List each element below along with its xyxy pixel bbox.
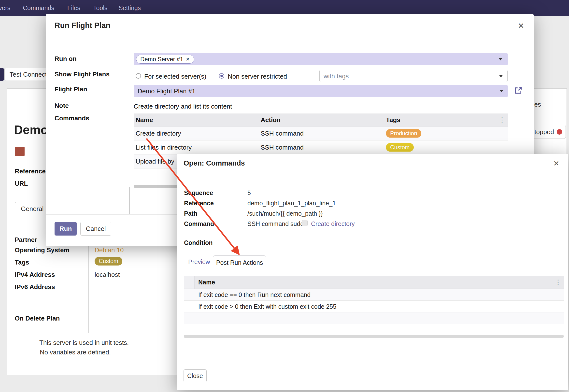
select-column-header [184, 276, 195, 289]
open-commands-modal: Open: Commands ✕ Sequence 5 Reference de… [177, 154, 568, 390]
label-reference: Reference [184, 200, 214, 207]
col-header-name: Name [136, 116, 153, 124]
value-operating-system[interactable]: Debian 10 [95, 246, 124, 254]
chevron-down-icon [499, 90, 503, 92]
create-directory-checkbox[interactable] [302, 220, 308, 226]
field-label-on-delete-plan: On Delete Plan [15, 315, 60, 322]
col-header-tags: Tags [386, 116, 400, 124]
close-icon[interactable]: ✕ [553, 159, 559, 168]
label-show-flight-plans: Show Flight Plans [55, 70, 110, 78]
label-commands: Commands [55, 114, 89, 122]
menu-item-tools[interactable]: Tools [93, 0, 107, 16]
menu-item-servers[interactable]: Servers [0, 0, 10, 16]
tab-post-run-actions[interactable]: Post Run Actions [213, 255, 266, 269]
tab-general-label: General [21, 205, 44, 213]
row-action: SSH command [261, 144, 304, 151]
radio-non-server-restricted-label[interactable]: Non server restricted [228, 73, 287, 80]
modal-header-divider [177, 173, 568, 173]
field-label-tags: Tags [15, 259, 29, 266]
plan-summary: Create directory and list its content [134, 103, 232, 110]
chevron-down-icon [499, 75, 503, 77]
run-modal-title: Run Flight Plan [55, 21, 110, 30]
modal-header-divider [46, 33, 534, 33]
table-row[interactable]: Create directory SSH command Production [134, 126, 508, 140]
actions-table-header: Name ⋮ [184, 276, 564, 289]
col-header-action: Action [261, 116, 281, 124]
label-flight-plan: Flight Plan [55, 85, 87, 93]
label-path: Path [184, 210, 197, 217]
server-tag-pill[interactable]: Demo Server #1 ✕ [136, 55, 194, 64]
label-command: Command [184, 220, 214, 227]
external-link-icon[interactable] [514, 86, 523, 95]
table-row[interactable]: If exit code == 0 then Run next command [184, 289, 564, 301]
radio-for-selected-servers[interactable] [136, 73, 141, 79]
kebab-icon[interactable]: ⋮ [499, 116, 505, 124]
primary-button-sliver[interactable] [0, 68, 4, 81]
create-directory-link[interactable]: Create directory [311, 220, 355, 227]
radio-for-selected-servers-label[interactable]: For selected server(s) [144, 73, 206, 80]
label-sequence: Sequence [184, 189, 213, 196]
server-tag-label: Demo Server #1 [140, 56, 183, 63]
row-action: SSH command [261, 130, 304, 137]
divider [129, 187, 130, 214]
status-label: Stopped [530, 128, 554, 136]
value-sequence: 5 [247, 189, 251, 196]
label-value-divider [88, 235, 89, 333]
radio-non-server-restricted[interactable] [219, 73, 224, 79]
commands-modal-title: Open: Commands [184, 159, 245, 167]
status-dot-icon [557, 129, 562, 135]
table-row[interactable]: List files in directory SSH command Cust… [134, 140, 508, 154]
topbar: Servers Commands Files Tools Settings [0, 0, 569, 16]
with-tags-select[interactable]: with tags [319, 70, 508, 82]
field-label-operating-system: Operating System [15, 246, 70, 254]
cancel-button[interactable]: Cancel [80, 222, 111, 236]
col-header-name: Name [198, 279, 215, 286]
label-run-on: Run on [55, 55, 77, 63]
horizontal-scrollbar[interactable] [184, 335, 564, 338]
row-name: List files in directory [136, 144, 192, 151]
value-path: /such/much/{{ demo_path }} [247, 210, 323, 217]
condition-divider [244, 237, 244, 249]
chevron-down-icon[interactable] [498, 58, 502, 60]
screen: Servers Commands Files Tools Settings Te… [0, 0, 569, 392]
with-tags-placeholder: with tags [324, 72, 349, 80]
remove-tag-icon[interactable]: ✕ [186, 56, 190, 62]
value-tags-badge: Custom [95, 257, 122, 266]
field-label-reference: Reference [15, 168, 46, 175]
field-label-partner: Partner [15, 236, 37, 244]
field-label-url: URL [15, 180, 28, 187]
flight-plan-select[interactable]: Demo Flight Plan #1 [134, 85, 508, 97]
commands-table-header: Name Action Tags ⋮ [134, 113, 508, 126]
row-name: Create directory [136, 130, 181, 137]
unit-test-note-line1: This server is used in unit tests. [39, 339, 129, 347]
tab-preview[interactable]: Preview [188, 258, 210, 266]
value-command: SSH command sudo [247, 220, 304, 227]
tab-post-run-actions-label: Post Run Actions [216, 259, 263, 266]
run-button[interactable]: Run [55, 222, 77, 236]
row-name: If exit code == 0 then Run next command [198, 291, 311, 298]
run-on-field[interactable]: Demo Server #1 ✕ [134, 53, 508, 65]
tag-badge-custom: Custom [386, 143, 414, 152]
flight-plan-value: Demo Flight Plan #1 [138, 87, 196, 95]
value-ipv4: localhost [95, 271, 120, 279]
field-label-ipv4: IPv4 Address [15, 271, 55, 279]
label-condition: Condition [184, 239, 213, 246]
close-button[interactable]: Close [184, 369, 207, 382]
table-row-empty [184, 312, 564, 324]
value-reference: demo_flight_plan_1_plan_line_1 [247, 200, 336, 207]
unit-test-note-line2: No variables are defined. [40, 349, 111, 356]
row-name: If exit code > 0 then Exit with custom e… [198, 303, 336, 310]
color-swatch[interactable] [15, 147, 25, 156]
row-name: Upload file by [136, 158, 174, 165]
menu-item-settings[interactable]: Settings [119, 0, 141, 16]
menu-item-commands[interactable]: Commands [23, 0, 54, 16]
field-label-ipv6: IPv6 Address [15, 283, 55, 291]
menu-item-files[interactable]: Files [67, 0, 80, 16]
close-icon[interactable]: ✕ [518, 21, 524, 30]
label-note: Note [55, 102, 69, 110]
tag-badge-production: Production [386, 129, 421, 138]
row-tag-wrap: Custom [386, 143, 414, 152]
table-row[interactable]: If exit code > 0 then Exit with custom e… [184, 301, 564, 312]
row-tag-wrap: Production [386, 129, 421, 138]
kebab-icon[interactable]: ⋮ [555, 278, 561, 286]
